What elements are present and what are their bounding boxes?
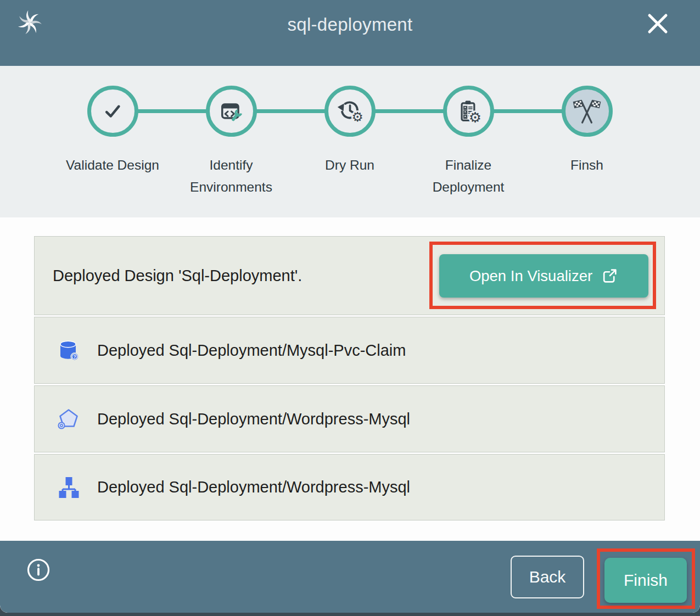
step-label: Dry Run [325,154,374,176]
open-in-visualizer-label: Open In Visualizer [469,267,592,285]
step-identify-environments: Identify Environments [172,86,290,198]
summary-text: Deployed Design 'Sql-Deployment'. [53,267,302,285]
step-dry-run: ⚙ Dry Run [290,86,409,198]
step-label: Identify Environments [176,154,286,198]
deployment-wizard-modal: sql-deployment Validate Design [0,0,700,613]
result-row: ? Deployed Sql-Deployment/Mysql-Pvc-Clai… [34,317,665,384]
stepper: Validate Design [0,66,700,217]
open-in-visualizer-button[interactable]: Open In Visualizer [439,254,648,298]
result-text: Deployed Sql-Deployment/Mysql-Pvc-Claim [97,341,406,360]
clipboard-gear-icon: ⚙ [454,97,483,126]
modal-title: sql-deployment [0,14,700,35]
step-circle-dry-run[interactable]: ⚙ [324,86,376,137]
external-link-icon [601,267,618,284]
pentagon-icon [55,406,82,432]
hierarchy-icon [55,474,82,501]
result-row: Deployed Sql-Deployment/Wordpress-Mysql [34,385,665,452]
result-row: Deployed Sql-Deployment/Wordpress-Mysql [34,454,665,520]
step-finalize-deployment: ⚙ Finalize Deployment [409,86,528,198]
step-circle-finish[interactable] [562,86,613,137]
step-label: Finalize Deployment [413,154,523,198]
code-wrench-icon [217,97,245,126]
back-button[interactable]: Back [511,556,584,598]
close-icon[interactable] [646,12,669,35]
modal-footer: Back Finish [0,541,700,613]
results-panel: Deployed Design 'Sql-Deployment'. Open I… [0,217,700,541]
svg-text:⚙: ⚙ [351,109,363,125]
svg-text:⚙: ⚙ [469,109,481,126]
step-circle-finalize-deployment[interactable]: ⚙ [443,86,494,137]
step-label: Finsh [570,154,603,176]
database-icon: ? [55,337,82,363]
step-circle-validate-design[interactable] [87,86,138,137]
step-label: Validate Design [66,154,159,176]
info-icon[interactable] [26,558,51,582]
checkered-flags-icon [572,97,602,126]
step-finish: Finsh [528,86,646,198]
finish-button[interactable]: Finish [604,558,687,603]
annotation-open-in-visualizer: Open In Visualizer [429,242,656,309]
check-icon [98,97,127,126]
history-gear-icon: ⚙ [335,97,364,126]
modal-header: sql-deployment [0,0,700,66]
result-text: Deployed Sql-Deployment/Wordpress-Mysql [97,478,410,496]
svg-text:?: ? [73,354,76,360]
result-text: Deployed Sql-Deployment/Wordpress-Mysql [97,410,410,428]
annotation-finish: Finish [597,548,695,609]
step-validate-design: Validate Design [53,86,172,198]
step-circle-identify-environments[interactable] [206,86,257,137]
